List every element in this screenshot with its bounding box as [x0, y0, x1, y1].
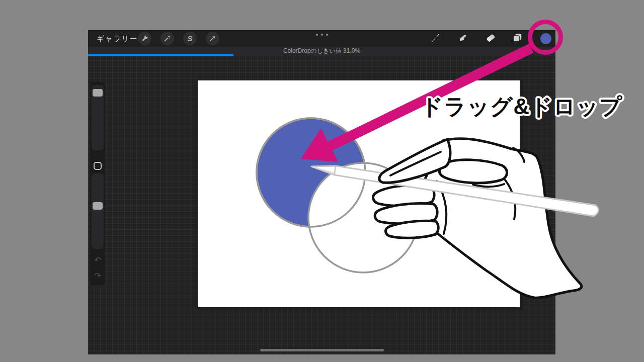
home-indicator[interactable] [260, 349, 384, 351]
selection-button[interactable]: S [183, 32, 197, 45]
wrench-icon [141, 35, 148, 42]
adjustments-button[interactable] [160, 32, 174, 45]
smudge-finger-icon [457, 32, 468, 45]
layers-button[interactable] [511, 32, 524, 45]
undo-icon[interactable]: ↶ [90, 256, 105, 264]
gallery-button[interactable]: ギャラリー [97, 30, 137, 47]
opacity-slider[interactable] [92, 173, 104, 249]
eraser-icon [485, 32, 496, 45]
transform-button[interactable] [206, 32, 219, 45]
drawing-canvas[interactable] [198, 80, 520, 307]
colordrop-threshold-progress[interactable] [88, 54, 233, 56]
transform-arrow-icon [209, 35, 216, 42]
brush-sidebar: ↶ ↷ [90, 82, 105, 285]
redo-icon[interactable]: ↷ [90, 272, 105, 280]
top-toolbar: ギャラリー S [88, 30, 555, 47]
brush-button[interactable] [429, 32, 442, 45]
empty-outlined-circle [308, 163, 418, 273]
smudge-button[interactable] [456, 32, 469, 45]
opacity-handle[interactable] [93, 202, 103, 210]
eraser-button[interactable] [484, 32, 497, 45]
brush-size-handle[interactable] [93, 89, 103, 97]
brush-icon [430, 32, 441, 45]
colordrop-threshold-text: ColorDropのしきい値 31.0% [283, 47, 360, 54]
selection-s-icon: S [187, 35, 192, 42]
procreate-window: ギャラリー S [88, 30, 555, 354]
color-swatch-button[interactable] [540, 33, 551, 44]
modify-button[interactable] [94, 162, 102, 170]
canvas-menu-dots-icon[interactable] [311, 34, 333, 36]
magic-wand-icon [164, 35, 171, 42]
layers-icon [512, 32, 523, 45]
actions-button[interactable] [138, 32, 151, 45]
